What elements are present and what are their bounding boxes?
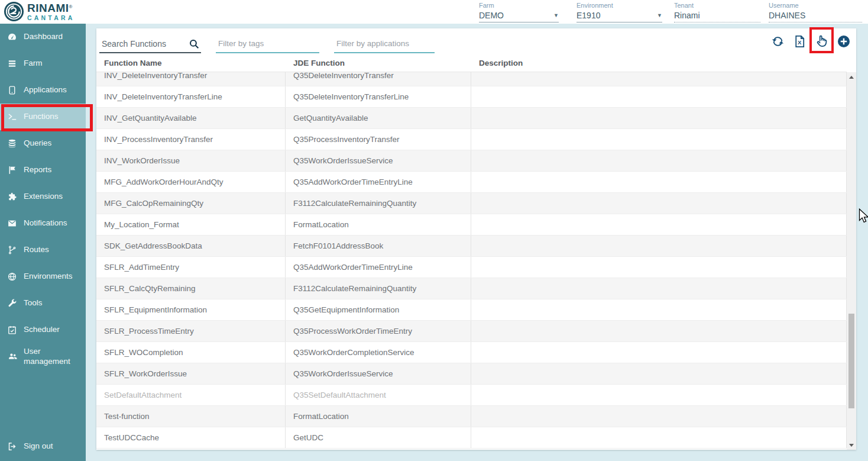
table-row[interactable]: MFG_AddWorkOrderHourAndQtyQ35AddWorkOrde… <box>96 172 847 193</box>
sidebar-item-scheduler[interactable]: Scheduler <box>0 317 86 343</box>
tags-filter-input[interactable] <box>216 32 319 50</box>
environment-select[interactable]: Environment E1910▼ <box>576 2 662 22</box>
brand-name: RINAMI® <box>27 2 75 14</box>
farm-value: DEMO <box>479 11 504 20</box>
table-row[interactable]: SFLR_EquipmentInformationQ35GetEquipment… <box>96 299 847 321</box>
farm-icon <box>7 59 19 69</box>
farm-select[interactable]: Farm DEMO▼ <box>479 2 559 22</box>
sidebar-item-user-management[interactable]: User management <box>0 343 86 370</box>
cell-description <box>471 236 847 256</box>
scrollbar-thumb[interactable] <box>848 314 854 408</box>
search-input[interactable] <box>99 32 181 51</box>
cell-description <box>471 72 847 86</box>
cell-jde-function: F3112CalculateRemainingQuantity <box>286 193 471 214</box>
users-icon <box>7 352 19 362</box>
table-row[interactable]: My_Location_FormatFormatLocation <box>96 214 847 236</box>
puzzle-icon <box>7 192 19 202</box>
cell-function-name: SDK_GetAddressBookData <box>96 236 286 256</box>
table-row[interactable]: SFLR_AddTimeEntryQ35AddWorkOrderTimeEntr… <box>96 257 847 278</box>
cell-jde-function: Q35SetDefaultAttachment <box>286 385 471 405</box>
globe-icon <box>7 272 19 282</box>
sidebar-item-functions[interactable]: Functions <box>0 104 86 130</box>
scroll-down-arrow[interactable] <box>847 440 856 450</box>
table-row[interactable]: SDK_GetAddressBookDataFetchF0101AddressB… <box>96 236 847 257</box>
cell-description <box>471 86 847 107</box>
cell-jde-function: FormatLocation <box>286 406 471 427</box>
sidebar-item-reports[interactable]: Reports <box>0 157 86 183</box>
table-row[interactable]: Test-functionFormatLocation <box>96 406 847 427</box>
tenant-value: Rinami <box>674 11 700 20</box>
refresh-icon <box>770 34 785 49</box>
sidebar-nav: DashboardFarmApplicationsFunctionsQuerie… <box>0 24 86 370</box>
sidebar-item-sign-out[interactable]: Sign out <box>0 433 86 460</box>
refresh-button[interactable] <box>770 34 785 49</box>
cell-description <box>471 342 847 363</box>
cell-function-name: MFG_CalcOpRemainingQty <box>96 193 286 214</box>
cell-jde-function: Q35WorkOrderIssueService <box>286 150 471 171</box>
cell-function-name: My_Location_Format <box>96 214 286 235</box>
cell-function-name: SetDefaultAttachment <box>96 385 286 405</box>
add-function-button[interactable] <box>837 34 851 49</box>
hand-pointer-icon <box>814 34 829 49</box>
cell-function-name: INV_ProcessInventoryTransfer <box>96 129 286 150</box>
table-row[interactable]: MFG_CalcOpRemainingQtyF3112CalculateRema… <box>96 193 847 214</box>
environment-value: E1910 <box>576 11 600 20</box>
cell-description <box>471 257 847 278</box>
cell-jde-function: F3112CalculateRemainingQuantity <box>286 278 471 299</box>
table-row[interactable]: INV_ProcessInventoryTransferQ35ProcessIn… <box>96 129 847 150</box>
toolbar-actions: X <box>770 34 851 49</box>
table-row[interactable]: SetDefaultAttachmentQ35SetDefaultAttachm… <box>96 385 847 406</box>
envelope-icon <box>7 218 19 228</box>
sidebar-item-extensions[interactable]: Extensions <box>0 183 86 210</box>
vertical-scrollbar[interactable] <box>847 72 856 450</box>
cell-jde-function: Q35DeleteInventoryTransfer <box>286 72 471 86</box>
applications-icon <box>7 85 19 95</box>
cell-function-name: TestUDCCache <box>96 427 286 448</box>
cell-description <box>471 172 847 192</box>
sidebar-item-routes[interactable]: Routes <box>0 237 86 263</box>
column-header-function-name: Function Name <box>96 54 286 72</box>
scroll-up-arrow[interactable] <box>847 72 856 82</box>
sidebar-item-environments[interactable]: Environments <box>0 263 86 290</box>
sidebar-item-farm[interactable]: Farm <box>0 50 86 77</box>
tenant-field: Tenant Rinami <box>674 2 760 22</box>
sidebar-item-dashboard[interactable]: Dashboard <box>0 24 86 50</box>
calendar-check-icon <box>7 325 19 335</box>
sidebar-item-queries[interactable]: Queries <box>0 130 86 157</box>
table-row[interactable]: INV_DeleteInventoryTransferQ35DeleteInve… <box>96 72 847 86</box>
excel-export-icon: X <box>793 34 807 49</box>
table-row[interactable]: INV_WorkOrderIssueQ35WorkOrderIssueServi… <box>96 150 847 172</box>
sidebar-item-tools[interactable]: Tools <box>0 290 86 317</box>
branch-icon <box>7 245 19 255</box>
cell-description <box>471 321 847 341</box>
cell-description <box>471 299 847 320</box>
table-row[interactable]: SFLR_WorkOrderIssueQ35WorkOrderIssueServ… <box>96 363 847 385</box>
chevron-down-icon: ▼ <box>657 12 662 18</box>
add-icon <box>837 34 851 49</box>
cell-function-name: SFLR_AddTimeEntry <box>96 257 286 278</box>
svg-text:X: X <box>798 39 802 46</box>
table-row[interactable]: SFLR_WOCompletionQ35WorkOrderCompletionS… <box>96 342 847 363</box>
cell-jde-function: Q35WorkOrderCompletionService <box>286 342 471 363</box>
table-row[interactable]: INV_DeleteInventoryTransferLineQ35Delete… <box>96 86 847 108</box>
table-row[interactable]: INV_GetQuantityAvailableGetQuantityAvail… <box>96 108 847 129</box>
cell-function-name: SFLR_WorkOrderIssue <box>96 363 286 384</box>
environment-label: Environment <box>576 2 662 9</box>
table-row[interactable]: SFLR_CalcQtyRemainingF3112CalculateRemai… <box>96 278 847 299</box>
cell-description <box>471 193 847 214</box>
cell-function-name: INV_GetQuantityAvailable <box>96 108 286 128</box>
flag-icon <box>7 165 19 175</box>
table-row[interactable]: SFLR_ProcessTimeEntryQ35ProcessWorkOrder… <box>96 321 847 342</box>
wrench-icon <box>7 298 19 308</box>
cell-description <box>471 150 847 171</box>
export-excel-button[interactable]: X <box>793 34 807 49</box>
cell-description <box>471 129 847 150</box>
search-functions-field <box>99 32 201 53</box>
applications-filter-input[interactable] <box>334 32 435 50</box>
sidebar-item-notifications[interactable]: Notifications <box>0 210 86 237</box>
pointer-mode-button[interactable] <box>814 34 829 49</box>
cell-description <box>471 363 847 384</box>
cell-function-name: SFLR_EquipmentInformation <box>96 299 286 320</box>
table-row[interactable]: TestUDCCacheGetUDC <box>96 427 847 449</box>
sidebar-item-applications[interactable]: Applications <box>0 77 86 104</box>
